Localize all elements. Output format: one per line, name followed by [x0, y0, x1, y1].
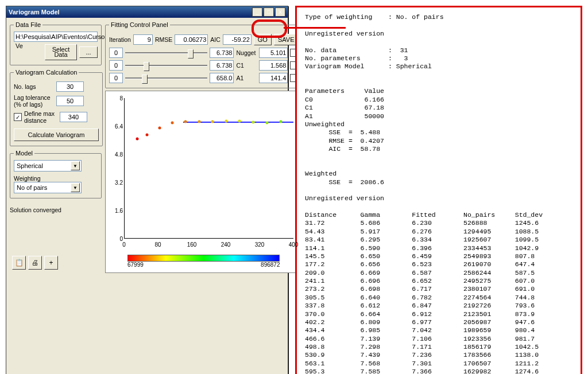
data-file-group: Data File H:\Pesquisa\AIP\Eventos\Curso … [10, 21, 102, 65]
data-point [252, 120, 255, 123]
slider-max[interactable]: 658.0 [210, 73, 234, 83]
copy-icon[interactable]: 📋 [12, 256, 26, 270]
x-tick: 160 [187, 241, 197, 248]
slider-out[interactable]: 1.568 [259, 60, 288, 71]
go-button[interactable]: GO [254, 34, 272, 45]
rmse-label: RMSE [155, 36, 172, 43]
minimize-button[interactable]: _ [252, 7, 262, 17]
weighting-label: Weighting [14, 175, 98, 182]
slider-max[interactable]: 6.738 [210, 60, 234, 71]
variogram-calc-group: Variogram Calculation No. lags 30 Lag to… [10, 69, 103, 146]
slider-c1[interactable] [125, 61, 207, 69]
data-point [171, 122, 174, 124]
add-icon[interactable]: + [44, 256, 58, 270]
chevron-down-icon: ▼ [71, 183, 80, 192]
data-point [146, 133, 149, 136]
maximize-button[interactable]: □ [264, 7, 274, 17]
window-title: Variogram Model [9, 9, 60, 15]
data-point [279, 120, 282, 123]
slider-min[interactable]: 0 [109, 60, 123, 71]
slider-min[interactable]: 0 [109, 73, 123, 83]
fitting-legend: Fitting Control Panel [109, 21, 170, 28]
calc-legend: Variogram Calculation [14, 69, 79, 76]
aic-label: AIC [210, 36, 220, 43]
calculate-button[interactable]: Calculate Variogram [14, 128, 99, 141]
data-point [158, 127, 161, 130]
data-file-path[interactable]: H:\Pesquisa\AIP\Eventos\Curso Ve [14, 32, 98, 42]
slider-nugget[interactable] [125, 49, 207, 57]
weighting-select-value: No of pairs [17, 184, 47, 191]
lag-tol-input[interactable]: 50 [56, 96, 84, 106]
slider-out[interactable]: 141.4 [259, 73, 288, 83]
title-bar: Variogram Model _ □ X [6, 6, 288, 18]
color-scale [127, 255, 280, 262]
x-tick: 240 [221, 241, 231, 248]
iteration-value[interactable]: 9 [133, 34, 153, 45]
no-lags-label: No. lags [14, 83, 54, 90]
data-point [184, 120, 187, 123]
y-tick: 3.2 [110, 180, 123, 186]
data-point [225, 119, 227, 122]
data-point [266, 121, 269, 124]
data-point [238, 119, 241, 122]
no-lags-input[interactable]: 30 [56, 81, 84, 92]
y-tick: 0 [110, 236, 123, 242]
data-point [211, 120, 214, 123]
x-tick: 400 [289, 241, 299, 248]
aic-value[interactable]: -59.22 [223, 34, 252, 45]
define-max-checkbox[interactable]: ✓ [14, 113, 22, 121]
x-tick: 80 [154, 241, 161, 248]
rmse-value[interactable]: 0.06273 [175, 34, 208, 45]
slider-label: Nugget [236, 49, 257, 56]
weighting-select[interactable]: No of pairs ▼ [14, 182, 82, 193]
model-legend: Model [14, 150, 34, 157]
slider-label: C1 [236, 62, 257, 69]
data-file-legend: Data File [14, 21, 42, 28]
slider-min[interactable]: 0 [109, 48, 123, 58]
variogram-window: Variogram Model _ □ X Data File H:\Pesqu… [6, 6, 288, 374]
y-tick: 1.6 [110, 208, 123, 214]
data-point [136, 137, 139, 140]
output-panel: Type of weighting : No. of pairs Unregis… [295, 6, 582, 374]
y-tick: 8 [110, 95, 123, 102]
variogram-chart: 01.63.24.86.48080160240320400 67999 8968… [105, 91, 302, 273]
iteration-label: Iteration [109, 36, 131, 43]
scale-min: 67999 [127, 262, 144, 268]
data-point [198, 120, 200, 123]
slider-label: A1 [236, 75, 257, 81]
print-icon[interactable]: 🖨 [28, 256, 42, 270]
slider-out[interactable]: 5.101 [259, 48, 288, 58]
slider-max[interactable]: 6.738 [210, 48, 234, 58]
status-text: Solution converged [10, 207, 102, 213]
define-max-input[interactable]: 340 [60, 112, 87, 122]
slider-a1[interactable] [125, 74, 207, 82]
model-group: Model Spherical ▼ Weighting No of pairs … [10, 150, 102, 198]
x-tick: 0 [122, 241, 126, 248]
browse-button[interactable]: ... [79, 46, 98, 58]
chevron-down-icon: ▼ [71, 161, 80, 170]
lag-tol-label: Lag tolerance (% of lags) [14, 94, 54, 108]
define-max-label: Define max distance [24, 110, 57, 124]
y-tick: 6.4 [110, 123, 123, 130]
scale-max: 896872 [261, 262, 280, 268]
y-tick: 4.8 [110, 151, 123, 158]
model-select-value: Spherical [17, 162, 43, 169]
model-select[interactable]: Spherical ▼ [14, 160, 82, 172]
close-button[interactable]: X [275, 7, 285, 17]
x-tick: 320 [255, 241, 265, 248]
fitting-panel: Fitting Control Panel Iteration 9 RMSE 0… [105, 21, 302, 88]
select-data-button[interactable]: Select Data [45, 44, 77, 60]
